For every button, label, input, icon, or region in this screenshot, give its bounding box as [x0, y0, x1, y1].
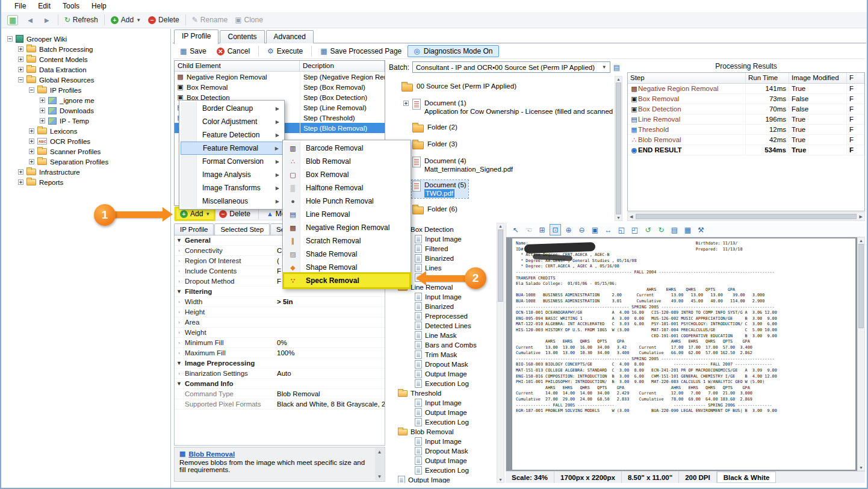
property-value[interactable]: Blob Removal	[274, 390, 385, 397]
submenu-item[interactable]: ▩ Negative Region Removal	[284, 221, 409, 234]
main-tab[interactable]: Advanced	[266, 30, 314, 43]
cancel-button[interactable]: ✕Cancel	[212, 46, 254, 57]
property-value[interactable]: 100%	[274, 349, 385, 357]
diagnostic-item[interactable]: Blob Removal	[389, 427, 497, 437]
tree-item[interactable]: − Grooper Wiki	[2, 34, 170, 44]
column-header-modified[interactable]: Image Modified	[789, 73, 847, 83]
diagnostic-item[interactable]: Output Image	[389, 408, 497, 417]
child-element-row[interactable]: ▩Negative Region Removal Step (Negative …	[175, 72, 385, 82]
batch-item-body[interactable]: Document (4)Matt_termination_Signed.pdf	[412, 156, 515, 174]
scrollbar-thumb[interactable]	[616, 83, 621, 214]
viewer-tool-icon[interactable]: ☜	[523, 224, 535, 235]
context-menu-item[interactable]: Feature Detection ▶	[181, 128, 283, 142]
diagnostic-item[interactable]: Binarized	[389, 302, 497, 311]
expander-icon[interactable]: −	[7, 36, 13, 42]
batch-item-body[interactable]: Folder (3)	[412, 139, 459, 150]
chevron-icon[interactable]: ▼	[175, 381, 184, 387]
tree-item[interactable]: + Separation Profiles	[2, 157, 170, 167]
context-menu-item[interactable]: Color Adjustment ▶	[181, 115, 283, 128]
tree-item[interactable]: − Global Resources	[2, 75, 170, 85]
scroll-up-icon[interactable]: ▲	[616, 77, 621, 81]
expander-icon[interactable]: +	[18, 179, 23, 185]
submenu-item[interactable]: ∵ Speck Removal	[284, 274, 409, 287]
property-value[interactable]: Auto	[274, 370, 385, 377]
batch-scrollbar[interactable]: ▲▼	[615, 76, 622, 221]
chevron-icon[interactable]: ›	[175, 350, 184, 356]
submenu-item[interactable]: ▨ Shade Removal	[284, 248, 409, 261]
property-row[interactable]: › Maximum Fill 100%	[175, 348, 385, 358]
submenu-item[interactable]: ▥ Barcode Removal	[284, 142, 409, 155]
view-button[interactable]: ▦	[4, 13, 22, 27]
context-menu-item[interactable]: Feature Removal ▶	[181, 142, 283, 155]
batch-tree-item[interactable]: 00 Source Set (Perm IP Applied)	[386, 78, 615, 95]
batch-tree-item[interactable]: Folder (2)	[386, 119, 615, 136]
expander-icon[interactable]: +	[29, 149, 34, 154]
expander-icon[interactable]: +	[403, 101, 409, 106]
batch-item-body[interactable]: Folder (6)	[412, 204, 459, 215]
expander-icon[interactable]: +	[18, 57, 23, 62]
viewer-tool-icon[interactable]: ▣	[589, 224, 601, 235]
chevron-icon[interactable]: ▼	[175, 237, 184, 243]
property-row[interactable]: › Width > 5in	[175, 297, 385, 307]
description-scrollbar[interactable]: ▲▼	[375, 448, 384, 481]
tree-item[interactable]: + _ignore me	[2, 95, 170, 105]
chevron-icon[interactable]: ›	[175, 340, 184, 346]
batch-item-body[interactable]: Document (1)Application for Cow Ownershi…	[412, 98, 615, 116]
expander-icon[interactable]: +	[29, 159, 34, 164]
save-processed-page-button[interactable]: ▦Save Processed Page	[316, 46, 406, 57]
tree-item[interactable]: + IP - Temp	[2, 116, 170, 126]
property-value[interactable]: 0%	[274, 339, 385, 346]
submenu-item[interactable]: ▒ Halftone Removal	[284, 181, 409, 195]
property-row[interactable]: › Height	[175, 307, 385, 317]
batch-tree-item[interactable]: Folder (6)	[386, 201, 615, 218]
expander-icon[interactable]: +	[18, 67, 23, 72]
column-header-child-element[interactable]: Child Element	[175, 61, 300, 71]
tree-item[interactable]: + Scanner Profiles	[2, 146, 170, 157]
property-row[interactable]: Supported Pixel Formats Black and White,…	[175, 399, 385, 410]
diagnostic-item[interactable]: Input Image	[389, 437, 497, 446]
chevron-icon[interactable]: ›	[175, 269, 184, 274]
property-row[interactable]: › Area	[175, 317, 385, 328]
context-menu-item[interactable]: Miscellaneous ▶	[181, 195, 283, 208]
tree-item[interactable]: + OCR Profiles	[2, 136, 170, 146]
batch-combobox[interactable]: Consultant - IP and OCR•00 Source Set (P…	[412, 61, 610, 73]
expander-icon[interactable]: −	[18, 77, 23, 83]
diagnostic-item[interactable]: Dropout Mask	[389, 360, 497, 369]
tree-item[interactable]: − IP Profiles	[2, 85, 170, 95]
expander-icon[interactable]: +	[18, 46, 23, 52]
diagnostic-item[interactable]: Threshold	[389, 388, 497, 398]
chevron-icon[interactable]: ›	[175, 320, 184, 325]
tree-item[interactable]: + Infrastructure	[2, 167, 170, 177]
expander-icon[interactable]: +	[18, 169, 23, 175]
child-element-row[interactable]: ▣Box Removal Step (Box Removal)	[175, 82, 385, 92]
expander-icon[interactable]: +	[40, 98, 45, 103]
delete-button-top[interactable]: −Delete	[144, 14, 183, 26]
batch-item-body[interactable]: Document (5)TWO.pdf	[412, 180, 468, 198]
viewer-tool-icon[interactable]: ↖	[510, 224, 521, 235]
viewer-tool-icon[interactable]: ◱	[616, 224, 627, 235]
scroll-right-icon[interactable]: ▶	[858, 214, 864, 219]
column-header-clipped[interactable]: F	[847, 73, 864, 83]
viewer-tool-icon[interactable]: ▦	[682, 224, 693, 235]
menu-item[interactable]: Edit	[32, 1, 57, 11]
scroll-down-icon[interactable]: ▼	[377, 474, 382, 479]
results-row[interactable]: ▩Negative Region Removal 141ms True F	[628, 84, 864, 94]
submenu-item[interactable]: ∴ Blob Removal	[284, 155, 409, 168]
viewer-tool-icon[interactable]: ⊖	[576, 224, 587, 235]
property-row[interactable]: ▼ Image Preprocessing	[175, 358, 385, 369]
scroll-down-icon[interactable]: ▼	[859, 466, 863, 470]
chevron-icon[interactable]: ›	[175, 371, 184, 376]
submenu-item[interactable]: ● Hole Punch Removal	[284, 195, 409, 208]
scroll-left-icon[interactable]: ◀	[628, 214, 634, 219]
tree-item[interactable]: + Reports	[2, 177, 170, 187]
expander-icon[interactable]: +	[40, 108, 45, 113]
property-row[interactable]: ▼ Command Info	[175, 379, 385, 389]
chevron-icon[interactable]: ›	[175, 279, 184, 284]
delete-step-button[interactable]: −Delete	[215, 208, 254, 219]
submenu-item[interactable]: ▢ Box Removal	[284, 168, 409, 181]
expander-icon[interactable]: +	[29, 128, 34, 134]
diagnostic-item[interactable]: Execution Log	[389, 466, 497, 475]
viewer-tool-icon[interactable]: ↔	[603, 224, 614, 235]
chevron-icon[interactable]: ›	[175, 248, 184, 254]
viewer-tool-icon[interactable]: ⊞	[536, 224, 548, 235]
